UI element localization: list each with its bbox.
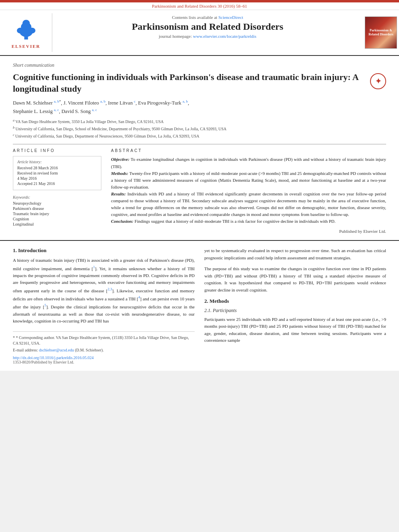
participants-subtitle: 2.1. Participants [204,308,386,314]
journal-cover: Parkinsonism & Related Disorders [363,13,399,52]
article-type: Short communication [13,62,386,68]
intro-para2: The purpose of this study was to examine… [204,265,386,294]
elsevier-label: ELSEVIER [10,44,42,49]
footnote-email-label: E-mail address: [13,348,38,352]
methods-heading: Methods [210,298,229,304]
accepted-date: Accepted 21 May 2016 [17,181,97,186]
affiliation-b: b University of California, San Diego, S… [13,125,386,132]
homepage-text: journal homepage: [159,34,192,39]
authors: Dawn M. Schiehser a, b*, J. Vincent Filo… [13,99,386,115]
elsevier-tree-icon [10,16,42,41]
results-label: Results: [111,191,126,196]
body-left: 1. Introduction A history of traumatic b… [13,247,195,364]
methods-num: 2. [204,298,208,304]
article-info-header: ARTICLE INFO [13,148,101,153]
keyword-1: Neuropsychology [13,201,101,205]
contents-line: Contents lists available at ScienceDirec… [59,15,356,20]
journal-cover-image: Parkinsonism & Related Disorders [365,16,397,49]
received-date: Received 28 March 2016 [17,166,97,170]
footnote-star: * [13,335,16,340]
footnote-email-line: E-mail address: dschiehser@ucsd.edu (D.M… [13,347,195,353]
body-columns: 1. Introduction A history of traumatic b… [13,247,386,364]
revised-date: 4 May 2016 [17,176,97,181]
citation-bar: Parkinsonism and Related Disorders 30 (2… [0,2,399,10]
published-by: Published by Elsevier Ltd. [111,229,386,234]
footnote-area: * * Corresponding author. VA San Diego H… [13,331,195,364]
keywords-label: Keywords: [13,195,101,199]
body-right: yet to be systematically evaluated in re… [204,247,386,364]
keyword-2: Parkinson's disease [13,206,101,211]
article-content: Short communication Cognitive functionin… [0,56,399,240]
intro-heading: Introduction [18,247,47,253]
journal-header: ELSEVIER Contents lists available at Sci… [0,10,399,56]
methods-text: Twenty-five PD participants with a histo… [111,171,386,189]
article-title: Cognitive functioning in individuals wit… [13,72,362,94]
homepage-link[interactable]: www.elsevier.com/locate/parkreldis [193,34,257,39]
objective-label: Objective: [111,157,130,162]
footnote-text: * Corresponding author. VA San Diego Hea… [13,335,189,345]
keyword-4: Cognition [13,217,101,221]
article-info-abstract: ARTICLE INFO Article history: Received 2… [13,148,386,233]
contents-text: Contents lists available at [172,15,217,20]
svg-point-5 [28,28,35,34]
methods-label: Methods: [111,171,128,176]
results-text: Individuals with PD and a history of TBI… [111,191,386,217]
journal-title: Parkinsonism and Related Disorders [59,21,356,32]
journal-center: Contents lists available at ScienceDirec… [52,13,363,52]
intro-title: 1. Introduction [13,247,195,254]
crossmark-icon: ✦ [375,77,381,86]
svg-point-4 [16,28,24,34]
crossmark-badge: ✦ [370,73,386,89]
citation-text: Parkinsonism and Related Disorders 30 (2… [152,4,247,8]
page: Parkinsonism and Related Disorders 30 (2… [0,0,399,371]
divider [13,144,386,144]
history-label: Article history: [17,160,97,164]
revised-label: Received in revised form [17,171,97,175]
left-column: ARTICLE INFO Article history: Received 2… [13,148,101,233]
doi-line[interactable]: http://dx.doi.org/10.1016/j.parkreldis.2… [13,355,195,360]
objective-text: To examine longitudinal changes in cogni… [111,157,386,168]
participants-para: Participants were 25 individuals with PD… [204,316,386,344]
methods-title: 2. Methods [204,298,386,304]
article-info-box: Article history: Received 28 March 2016 … [13,156,101,190]
footnote-email-name: (D.M. Schiehser). [75,348,104,352]
article-title-row: Cognitive functioning in individuals wit… [13,72,386,94]
abstract-text: Objective: To examine longitudinal chang… [111,156,386,224]
cover-label: Parkinsonism & Related Disorders [367,29,395,36]
conclusion-text: Findings suggest that a history of mild–… [134,219,335,224]
intro-para1: A history of traumatic brain injury (TBI… [13,257,195,325]
intro-num: 1. [13,247,17,253]
sciencedirect-link[interactable]: ScienceDirect [218,15,243,20]
keyword-5: Longitudinal [13,222,101,226]
intro-para1-right: yet to be systematically evaluated in re… [204,247,386,261]
affiliation-c: c University of California, San Diego, D… [13,133,386,139]
abstract-header: ABSTRACT [111,148,386,153]
body-content: 1. Introduction A history of traumatic b… [0,240,399,371]
affiliations: a VA San Diego Healthcare System, 3350 L… [13,118,386,140]
svg-point-3 [22,20,29,27]
affiliation-a: a VA San Diego Healthcare System, 3350 L… [13,118,386,125]
elsevier-logo: ELSEVIER [0,13,52,52]
keyword-3: Traumatic brain injury [13,212,101,216]
keywords-section: Keywords: Neuropsychology Parkinson's di… [13,195,101,226]
footnote-corresponding: * * Corresponding author. VA San Diego H… [13,335,195,346]
right-column: ABSTRACT Objective: To examine longitudi… [111,148,386,233]
conclusion-label: Conclusion: [111,219,134,224]
footnote-email[interactable]: dschiehser@ucsd.edu [39,348,74,352]
issn-line: 1353-8020/Published by Elsevier Ltd. [13,360,195,364]
homepage-line: journal homepage: www.elsevier.com/locat… [59,34,356,39]
